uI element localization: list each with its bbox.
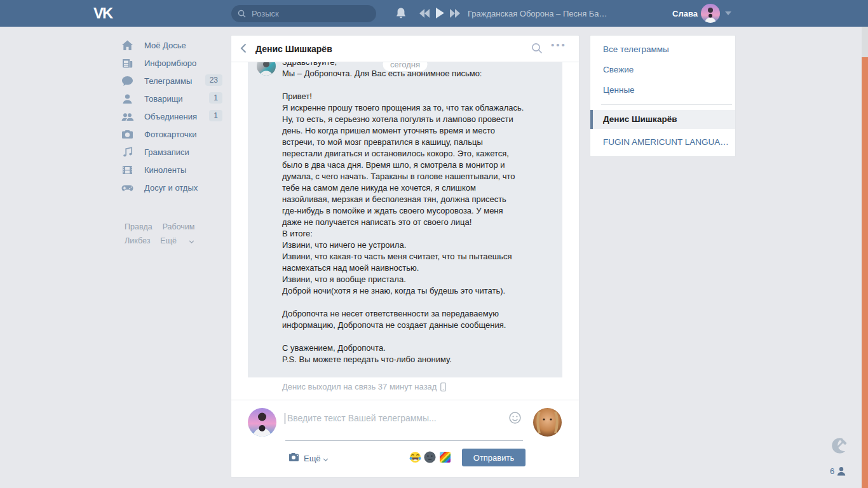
sidebar-item-news[interactable]: Информбюро bbox=[121, 54, 222, 72]
sidebar-item-groups[interactable]: Объединения 1 bbox=[121, 107, 222, 125]
left-sidebar: Моё Досье Информбюро Телеграммы 23 Товар… bbox=[121, 36, 222, 196]
sidebar-item-label: Моё Досье bbox=[144, 41, 186, 50]
emoji-picker-icon[interactable] bbox=[509, 412, 521, 424]
filter-important[interactable]: Ценные bbox=[603, 85, 635, 95]
search-icon bbox=[238, 10, 246, 18]
sidebar-footer-links: ПравдаРабочим ЛикбезЕщё bbox=[125, 220, 233, 248]
chevron-down-icon bbox=[323, 458, 329, 461]
filter-all-telegrams[interactable]: Все телеграммы bbox=[603, 44, 669, 54]
person-icon bbox=[121, 92, 134, 105]
scrollbar-thumb[interactable] bbox=[862, 57, 868, 488]
sender-avatar[interactable] bbox=[257, 62, 276, 76]
friends-count-badge: 1 bbox=[209, 92, 222, 104]
chevron-down-icon bbox=[189, 240, 194, 243]
chat-menu-icon[interactable]: ••• bbox=[551, 39, 567, 50]
footer-link-more[interactable]: Ещё bbox=[160, 236, 194, 245]
search-box[interactable] bbox=[231, 5, 376, 22]
dialog-item[interactable]: FUGIN AMERICUNT LANGUA… bbox=[603, 137, 729, 147]
unread-message: Здравствуйте, Мы – Добропочта. Для Вас е… bbox=[248, 62, 562, 377]
message-icon bbox=[121, 74, 134, 88]
sidebar-item-label: Объединения bbox=[144, 112, 197, 121]
chat-panel: Денис Шишкарёв ••• Здравствуйте, Мы – До… bbox=[231, 35, 580, 478]
sidebar-item-label: Товарищи bbox=[144, 94, 183, 104]
input-underline bbox=[285, 440, 523, 441]
music-icon bbox=[121, 146, 134, 159]
my-avatar bbox=[248, 408, 276, 437]
date-separator: сегодня bbox=[383, 62, 428, 71]
laughing-emoji[interactable] bbox=[409, 451, 421, 463]
sidebar-item-videos[interactable]: Киноленты bbox=[121, 161, 222, 179]
camera-icon bbox=[121, 128, 134, 141]
news-icon bbox=[121, 57, 134, 70]
chevron-down-icon[interactable] bbox=[725, 11, 731, 15]
top-bar: VK Гражданская Оборона – Песня Ба… Слава bbox=[0, 0, 868, 27]
attach-photo-icon[interactable] bbox=[288, 452, 301, 463]
sidebar-item-games[interactable]: Досуг и отдых bbox=[121, 179, 222, 196]
sidebar-item-label: Информбюро bbox=[144, 58, 196, 68]
user-menu-name[interactable]: Слава bbox=[672, 9, 698, 18]
play-icon[interactable] bbox=[436, 8, 444, 18]
search-icon[interactable] bbox=[531, 43, 543, 54]
people-icon bbox=[121, 110, 134, 123]
next-track-icon[interactable] bbox=[450, 9, 460, 18]
moon-face-emoji[interactable] bbox=[424, 451, 436, 463]
messages-count-badge: 23 bbox=[205, 74, 222, 86]
divider bbox=[231, 400, 579, 400]
divider bbox=[601, 104, 732, 105]
house-icon bbox=[121, 39, 134, 52]
footer-link-likbez[interactable]: Ликбез bbox=[125, 236, 150, 245]
person-icon bbox=[837, 466, 846, 476]
bell-icon[interactable] bbox=[395, 7, 407, 20]
dialog-item-active[interactable]: Денис Шишкарёв bbox=[590, 110, 735, 129]
sidebar-item-label: Телеграммы bbox=[144, 76, 192, 86]
message-text: Здравствуйте, Мы – Добропочта. Для Вас е… bbox=[282, 62, 549, 365]
scrollbar-track[interactable] bbox=[862, 27, 868, 488]
online-friends-widget[interactable]: 6 bbox=[830, 466, 846, 476]
chat-title: Денис Шишкарёв bbox=[255, 44, 332, 54]
prev-track-icon[interactable] bbox=[419, 9, 430, 18]
sidebar-item-messages[interactable]: Телеграммы 23 bbox=[121, 72, 222, 90]
messages-area: Здравствуйте, Мы – Добропочта. Для Вас е… bbox=[231, 62, 579, 377]
footer-link-pravda[interactable]: Правда bbox=[125, 222, 153, 231]
now-playing-title[interactable]: Гражданская Оборона – Песня Ба… bbox=[468, 9, 607, 18]
sidebar-item-photos[interactable]: Фотокарточки bbox=[121, 125, 222, 143]
back-icon[interactable] bbox=[240, 43, 247, 53]
rainbow-sticker[interactable] bbox=[440, 452, 451, 463]
sidebar-item-label: Киноленты bbox=[144, 165, 186, 175]
online-count: 6 bbox=[830, 466, 834, 476]
filter-unread[interactable]: Свежие bbox=[603, 65, 634, 74]
dialogs-sidebar: Все телеграммы Свежие Ценные Денис Шишка… bbox=[590, 35, 736, 157]
groups-count-badge: 1 bbox=[209, 110, 222, 121]
footer-link-rabochim[interactable]: Рабочим bbox=[163, 222, 195, 231]
attachments-row: Ещё Отправить bbox=[231, 449, 579, 471]
sidebar-item-label: Грамзаписи bbox=[144, 147, 189, 157]
send-button[interactable]: Отправить bbox=[462, 449, 526, 466]
vk-logo[interactable]: VK bbox=[93, 4, 112, 22]
dialog-name: Денис Шишкарёв bbox=[603, 114, 677, 124]
gamepad-icon bbox=[121, 181, 134, 194]
hammer-sickle-icon[interactable] bbox=[827, 436, 850, 458]
film-icon bbox=[121, 163, 134, 177]
attach-more-button[interactable]: Ещё bbox=[304, 454, 329, 463]
text-caret bbox=[285, 413, 285, 424]
sidebar-item-music[interactable]: Грамзаписи bbox=[121, 143, 222, 161]
sidebar-item-label: Досуг и отдых bbox=[144, 183, 198, 193]
user-avatar[interactable] bbox=[701, 4, 720, 23]
recipient-avatar bbox=[533, 408, 562, 437]
mobile-icon bbox=[440, 383, 446, 391]
last-seen-status: Денис выходил на связь 37 минут назад bbox=[282, 382, 446, 391]
sidebar-item-label: Фотокарточки bbox=[144, 130, 197, 139]
chat-header: Денис Шишкарёв ••• bbox=[231, 36, 579, 62]
message-input[interactable] bbox=[286, 412, 498, 424]
search-input[interactable] bbox=[250, 8, 361, 19]
sidebar-item-profile[interactable]: Моё Досье bbox=[121, 36, 222, 54]
sidebar-item-friends[interactable]: Товарищи 1 bbox=[121, 90, 222, 107]
